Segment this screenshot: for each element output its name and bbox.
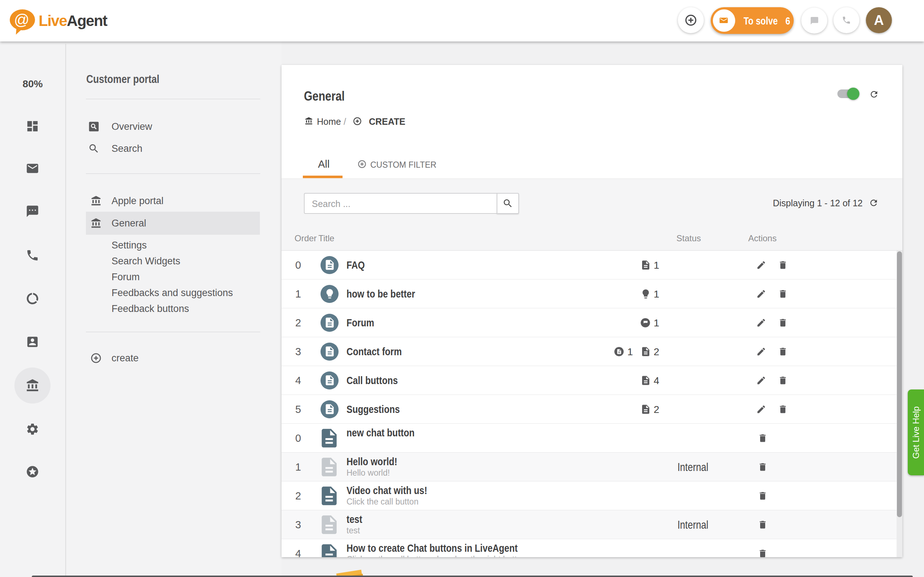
svg-text:@: @ xyxy=(14,11,30,28)
